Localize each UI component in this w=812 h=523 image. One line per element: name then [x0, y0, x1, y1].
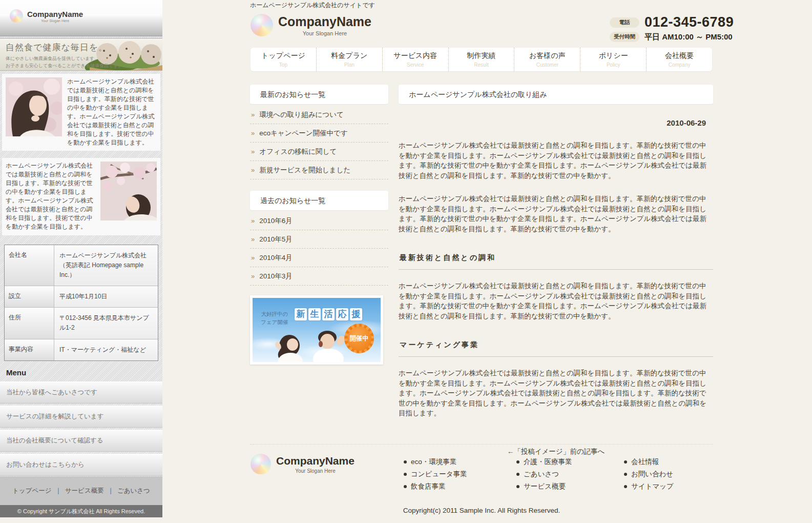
footer-link-label: eco・環境事業: [411, 457, 456, 467]
nav-label: 会社概要: [647, 51, 712, 61]
latest-news-heading: 最新のお知らせ一覧: [250, 85, 388, 104]
nav-item-plan[interactable]: 料金プラン Plan: [316, 48, 382, 71]
article-paragraph: ホームページサンプル株式会社では最新技術と自然との調和を目指します。革新的な技術…: [399, 140, 713, 180]
campaign-tagline: 大好評中の フェア開催: [261, 310, 288, 327]
article-section-heading: マーケティング事業: [399, 340, 713, 357]
table-row: 住所 〒012-3456 見本県見本市サンプル1-2: [5, 308, 158, 339]
sidebar-logo[interactable]: CompanyName Your Slogan Here: [10, 9, 83, 23]
footer-logo-slogan: Your Slogan Here: [295, 468, 336, 474]
nav-item-policy[interactable]: ポリシー Policy: [580, 48, 646, 71]
header-logo[interactable]: CompanyName Your Slogan Here: [251, 14, 371, 36]
food-banner-subtext: 体にやさしい無農薬食品を提供しています。 お子さまも安心して食べることができる健…: [6, 55, 122, 70]
sidebar-food-banner[interactable]: 自然食で健康な毎日を。 体にやさしい無農薬食品を提供しています。 お子さまも安心…: [0, 38, 162, 71]
campaign-banner[interactable]: 大好評中の フェア開催 新 生 活 応 援: [250, 295, 383, 365]
nav-item-result[interactable]: 制作実績 Result: [448, 48, 514, 71]
separator: ｜: [55, 487, 61, 495]
archive-item[interactable]: »2010年6月: [250, 212, 388, 230]
sidebar-about-block-1: ホームページサンプル株式会社では最新技術と自然との調和を目指します。革新的な技術…: [2, 74, 160, 151]
footer-logo: CompanyName Your Slogan Here: [251, 454, 355, 474]
footer-link-greeting[interactable]: ごあいさつ: [516, 470, 572, 479]
footer-links-column-2: 介護・医療事業 ごあいさつ サービス概要: [516, 457, 572, 494]
about-text-2: ホームページサンプル株式会社では最新技術と自然との調和を目指します。革新的な技術…: [6, 162, 95, 231]
food-banner-title: 自然食で健康な毎日を。: [6, 42, 108, 53]
archive-item-label: 2010年4月: [259, 253, 293, 263]
campaign-badge: 開催中: [344, 324, 374, 353]
news-column: 最新のお知らせ一覧 »環境への取り組みについて »ecoキャンペーン開催中です …: [250, 85, 388, 365]
nav-label: サービス内容: [383, 51, 448, 61]
previous-article-link[interactable]: ←「投稿イメージ」前の記事へ: [399, 447, 713, 456]
sidebar-logo-name: CompanyName: [27, 10, 83, 18]
sidebar-menu-item-greeting[interactable]: 当社から皆様へごあいさつです: [0, 381, 162, 404]
footer-link-eco[interactable]: eco・環境事業: [404, 457, 467, 467]
news-item-label: ecoキャンペーン開催中です: [259, 129, 347, 138]
footer-link-company-info[interactable]: 会社情報: [624, 457, 674, 467]
woman-blossom-image: [100, 162, 157, 220]
row-value: ホームページサンプル株式会社 （英語表記 Homepage sample Inc…: [54, 245, 158, 286]
footer-link-restaurant[interactable]: 飲食店事業: [404, 482, 467, 491]
footer-link-label: サイトマップ: [631, 482, 674, 491]
row-label: 住所: [5, 308, 54, 338]
footer-link-greeting[interactable]: ごあいさつ: [117, 487, 150, 495]
footer-link-computer[interactable]: コンピュータ事業: [404, 470, 467, 479]
archive-item[interactable]: »2010年4月: [250, 249, 388, 267]
article-section-heading: 最新技術と自然との調和: [399, 253, 713, 270]
footer-link-label: ごあいさつ: [524, 470, 559, 479]
table-row: 事業内容 IT・マーケティング・福祉など: [5, 339, 158, 360]
footer-link-top[interactable]: トップページ: [12, 487, 51, 495]
article-paragraph: ホームページサンプル株式会社では最新技術と自然との調和を目指します。革新的な技術…: [399, 194, 713, 234]
table-row: 設立 平成10年1月10日: [5, 286, 158, 308]
sidebar-menu-item-service[interactable]: サービスの詳細を解説しています: [0, 406, 162, 428]
footer-link-sitemap[interactable]: サイトマップ: [624, 482, 674, 491]
row-value: 〒012-3456 見本県見本市サンプル1-2: [54, 308, 158, 338]
footer-link-label: 会社情報: [631, 457, 659, 467]
article-title: ホームページサンプル株式会社の取り組み: [399, 85, 713, 104]
footer-link-contact[interactable]: お問い合わせ: [624, 470, 674, 479]
campaign-title: 新 生 活 応 援: [295, 308, 362, 320]
hours-value: 平日 AM10:00 ～ PM5:00: [644, 32, 733, 42]
campaign-badge-label: 開催中: [347, 327, 371, 351]
contact-info: 電話 012-345-6789 受付時間 平日 AM10:00 ～ PM5:00: [610, 15, 734, 45]
nav-item-company[interactable]: 会社概要 Company: [646, 48, 712, 71]
news-item[interactable]: »環境への取り組みについて: [250, 106, 388, 124]
nav-sublabel: Customer: [514, 62, 580, 68]
nav-sublabel: Company: [647, 62, 712, 68]
arrow-bullet-icon: »: [251, 272, 255, 280]
footer-logo-name: CompanyName: [276, 455, 355, 467]
footer-link-label: コンピュータ事業: [411, 470, 467, 479]
sidebar-footer-links: トップページ ｜ サービス概要 ｜ ごあいさつ: [0, 476, 162, 505]
arrow-bullet-icon: »: [251, 254, 255, 262]
sidebar-menu-item-contact[interactable]: お問い合わせはこちらから: [0, 454, 162, 476]
footer-link-service[interactable]: サービス概要: [65, 487, 104, 495]
footer-links-column-1: eco・環境事業 コンピュータ事業 飲食店事業: [404, 457, 467, 494]
news-item[interactable]: »ecoキャンペーン開催中です: [250, 124, 388, 143]
campaign-title-char: 活: [322, 308, 335, 320]
arrow-bullet-icon: »: [251, 129, 255, 137]
campaign-tagline-line2: フェア開催: [261, 318, 288, 327]
archive-item[interactable]: »2010年3月: [250, 267, 388, 286]
header-logo-slogan: Your Slogan Here: [303, 30, 347, 36]
archive-heading: 過去のお知らせ一覧: [250, 191, 388, 210]
nav-label: 料金プラン: [317, 51, 382, 61]
nav-item-top[interactable]: トップページ Top: [251, 48, 316, 71]
row-value: 平成10年1月10日: [54, 286, 158, 307]
campaign-banner-image: 大好評中の フェア開催 新 生 活 応 援: [253, 298, 381, 362]
nav-sublabel: Service: [383, 62, 448, 68]
footer-copyright: Copyright(c) 2011 Sample Inc. All Rights…: [250, 507, 713, 514]
campaign-title-char: 新: [295, 308, 307, 320]
news-item[interactable]: »新規サービスを開始しました: [250, 161, 388, 179]
sidebar-logo-block[interactable]: CompanyName Your Slogan Here: [0, 0, 162, 36]
footer-link-care[interactable]: 介護・医療事業: [516, 457, 572, 467]
company-logo-icon: [251, 14, 273, 36]
nav-sublabel: Plan: [317, 62, 382, 68]
nav-item-service[interactable]: サービス内容 Service: [382, 48, 448, 71]
news-item[interactable]: »オフィスの移転に関して: [250, 143, 388, 161]
news-item-label: 環境への取り組みについて: [259, 110, 344, 119]
nav-item-customer[interactable]: お客様の声 Customer: [514, 48, 580, 71]
archive-item[interactable]: »2010年5月: [250, 230, 388, 249]
arrow-bullet-icon: »: [251, 166, 255, 174]
sidebar-menu-item-company[interactable]: 当社の会社概要について確認する: [0, 430, 162, 452]
footer-link-service[interactable]: サービス概要: [516, 482, 572, 491]
news-item-label: 新規サービスを開始しました: [259, 166, 350, 175]
nav-sublabel: Policy: [580, 62, 646, 68]
hours-badge: 受付時間: [610, 32, 639, 42]
